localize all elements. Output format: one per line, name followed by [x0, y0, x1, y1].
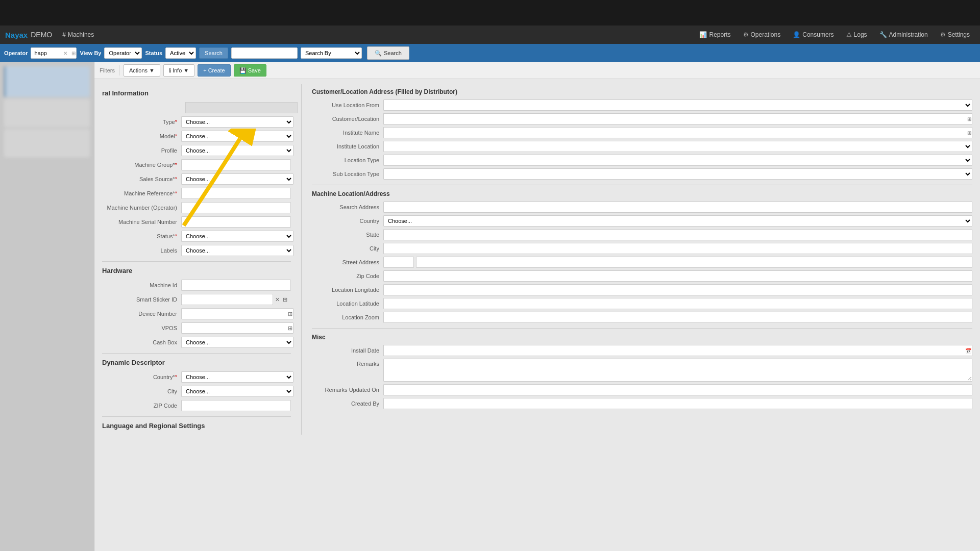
view-by-select[interactable]: Operator — [104, 47, 142, 59]
operator-clear-icon[interactable]: ✕ — [63, 51, 67, 56]
install-date-control: 📅 — [383, 345, 972, 356]
search-input[interactable] — [231, 47, 298, 59]
search-button[interactable]: Search — [199, 47, 228, 59]
longitude-label: Location Longitude — [312, 287, 383, 293]
nav-item-operations[interactable]: ⚙ Operations — [738, 29, 786, 40]
operator-input-container: ✕ ⊞ — [31, 47, 77, 59]
smart-sticker-grid-icon[interactable]: ⊞ — [282, 295, 288, 304]
smart-sticker-clear-icon[interactable]: ✕ — [274, 295, 281, 304]
right-row-latitude: Location Latitude — [312, 298, 972, 309]
labels-control: Choose... — [181, 245, 293, 256]
country-dynamic-select[interactable]: Choose... — [181, 371, 293, 383]
create-button[interactable]: + Create — [198, 64, 231, 77]
city-input[interactable] — [383, 243, 972, 254]
nav-label-operations: Operations — [751, 31, 781, 38]
zip-dynamic-label: ZIP Code — [102, 403, 181, 409]
zip-dynamic-input[interactable] — [181, 400, 291, 411]
reports-icon: 📊 — [699, 31, 707, 38]
nav-item-settings[interactable]: ⚙ Settings — [935, 29, 975, 40]
nav-item-administration[interactable]: 🔧 Administration — [874, 29, 933, 40]
model-label: Model — [102, 133, 181, 139]
state-label: State — [312, 232, 383, 238]
right-row-customer-location: Customer/Location ⊞ — [312, 113, 972, 124]
right-row-remarks-updated: Remarks Updated On — [312, 384, 972, 395]
info-icon: ℹ — [169, 67, 171, 74]
machine-number-input[interactable] — [181, 202, 291, 213]
right-row-remarks: Remarks — [312, 359, 972, 382]
remarks-label: Remarks — [312, 359, 383, 367]
machine-group-input[interactable] — [181, 159, 291, 170]
nav-item-logs[interactable]: ⚠ Logs — [841, 29, 872, 40]
cash-box-select[interactable]: Choose... — [181, 337, 293, 348]
nav-item-consumers[interactable]: 👤 Consumers — [788, 29, 839, 40]
zip-input[interactable] — [383, 270, 972, 282]
form-row-machine-serial: Machine Serial Number — [102, 216, 291, 228]
model-select[interactable]: Choose... — [181, 131, 293, 142]
latitude-input[interactable] — [383, 298, 972, 309]
sales-source-label: Sales Source* — [102, 176, 181, 182]
device-number-input[interactable] — [181, 308, 293, 319]
vpos-grid-icon[interactable]: ⊞ — [288, 325, 292, 332]
search-by-select[interactable]: Search By — [301, 47, 362, 59]
longitude-input[interactable] — [383, 284, 972, 295]
right-row-longitude: Location Longitude — [312, 284, 972, 295]
final-search-button[interactable]: 🔍 Search — [367, 46, 409, 60]
profile-select[interactable]: Choose... — [181, 145, 293, 156]
actions-button[interactable]: Actions ▼ — [124, 64, 160, 77]
type-select[interactable]: Choose... — [181, 116, 293, 128]
operator-input[interactable] — [31, 47, 77, 59]
institute-location-select[interactable] — [383, 141, 972, 152]
remarks-updated-input[interactable] — [383, 384, 972, 395]
customer-location-input[interactable] — [383, 113, 972, 124]
install-date-calendar-icon[interactable]: 📅 — [965, 348, 971, 354]
sales-source-select[interactable]: Choose... — [181, 173, 293, 185]
hardware-header: Hardware — [102, 267, 291, 274]
city-dynamic-select[interactable]: Choose... — [181, 386, 293, 397]
status-select-field[interactable]: Choose... — [181, 231, 293, 242]
use-location-label: Use Location From — [312, 102, 383, 108]
created-by-input[interactable] — [383, 398, 972, 409]
institute-name-grid-icon[interactable]: ⊞ — [967, 130, 971, 136]
save-button[interactable]: 💾 Save — [234, 64, 266, 77]
nav-item-reports[interactable]: 📊 Reports — [694, 29, 736, 40]
right-country-select[interactable]: Choose... — [383, 215, 972, 227]
info-button[interactable]: ℹ Info ▼ — [163, 64, 194, 77]
machine-serial-input[interactable] — [181, 216, 291, 228]
profile-label: Profile — [102, 147, 181, 154]
vpos-input[interactable] — [181, 322, 293, 334]
machine-id-input[interactable] — [181, 280, 291, 291]
form-row-device-number: Device Number ⊞ — [102, 308, 291, 319]
street-input-2[interactable] — [416, 257, 972, 268]
sub-location-type-select[interactable] — [383, 168, 972, 180]
location-type-select[interactable] — [383, 155, 972, 166]
list-item-1[interactable] — [4, 66, 90, 97]
form-row-sales-source: Sales Source* Choose... — [102, 173, 291, 185]
street-input-1[interactable] — [383, 257, 414, 268]
location-type-label: Location Type — [312, 157, 383, 163]
smart-sticker-input[interactable] — [181, 294, 273, 305]
install-date-input[interactable] — [383, 345, 972, 356]
operator-grid-icon[interactable]: ⊞ — [71, 51, 76, 56]
machine-reference-input[interactable] — [181, 188, 291, 199]
machine-name-input-placeholder — [185, 102, 298, 113]
state-input[interactable] — [383, 229, 972, 240]
install-date-label: Install Date — [312, 347, 383, 354]
save-disk-icon: 💾 — [239, 67, 247, 74]
use-location-select[interactable] — [383, 99, 972, 111]
device-number-grid-icon[interactable]: ⊞ — [288, 311, 292, 317]
right-row-state: State — [312, 229, 972, 240]
actions-chevron-icon: ▼ — [149, 67, 155, 73]
divider-language — [102, 416, 291, 417]
list-item-2[interactable] — [4, 99, 90, 127]
divider-dynamic — [102, 353, 291, 354]
form-row-zip-dynamic: ZIP Code — [102, 400, 291, 411]
institute-name-input[interactable] — [383, 127, 972, 138]
customer-location-grid-icon[interactable]: ⊞ — [967, 116, 971, 122]
status-select[interactable]: Active — [165, 47, 196, 59]
labels-select[interactable]: Choose... — [181, 245, 293, 256]
remarks-textarea[interactable] — [383, 359, 972, 382]
search-address-input[interactable] — [383, 202, 972, 213]
list-item-3[interactable] — [4, 129, 90, 157]
toolbar-filter-area: Filters — [100, 67, 115, 73]
zoom-input[interactable] — [383, 312, 972, 323]
